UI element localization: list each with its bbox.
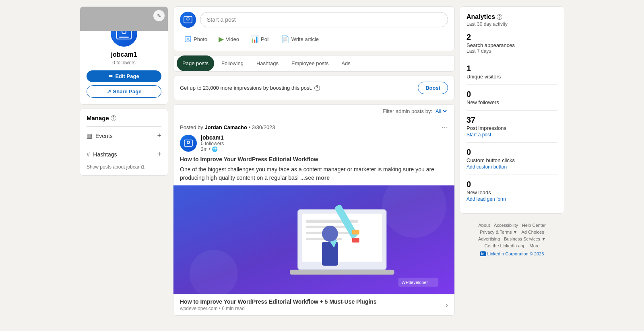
tab-page-posts[interactable]: Page posts (177, 56, 214, 71)
post-card: Filter admin posts by: All Posted by Jor… (173, 104, 455, 316)
post-box-avatar (180, 12, 196, 28)
analytics-info-icon[interactable]: ? (497, 14, 502, 20)
filter-row: Filter admin posts by: All (173, 105, 454, 118)
post-author-row: jobcam1 0 followers 2m • 🌐 (173, 134, 454, 155)
post-actions-row: 🖼 Photo ▶ Video 📊 Poll 📄 Write article (180, 33, 448, 46)
new-followers-label: New followers (466, 99, 557, 105)
svg-point-18 (322, 226, 338, 242)
post-impressions-label: Post impressions (466, 125, 557, 131)
analytics-subtitle: Last 30 day activity (466, 21, 557, 27)
post-content: How to Improve Your WordPress Editorial … (173, 155, 454, 185)
tabs-row: Page posts Following Hashtags Employee p… (173, 55, 455, 72)
unique-visitors-label: Unique visitors (466, 74, 557, 80)
search-appearances-label: Search appearances (466, 42, 557, 48)
analytics-metric-leads: 0 New leads Add lead gen form (466, 180, 557, 207)
svg-rect-13 (290, 270, 394, 275)
post-meta: Posted by Jordan Camacho • 3/30/2023 (180, 124, 275, 130)
post-link-source: wpdeveloper.com • 6 min read (180, 306, 377, 311)
filter-select[interactable]: All (434, 108, 448, 115)
tab-employee-posts[interactable]: Employee posts (286, 56, 334, 71)
post-page-followers: 0 followers (201, 141, 224, 146)
manage-events-item[interactable]: ▦ Events + (87, 128, 161, 143)
footer-about-link[interactable]: About (478, 223, 490, 228)
footer-privacy-link[interactable]: Privacy & Terms ▼ (480, 230, 517, 234)
article-button[interactable]: 📄 Write article (276, 33, 324, 46)
video-icon: ▶ (219, 35, 224, 43)
middle-column: Start a post 🖼 Photo ▶ Video 📊 Poll 📄 Wr (173, 6, 455, 316)
footer-brand: in LinkedIn Corporation © 2023 (460, 251, 564, 256)
analytics-metric-search: 2 Search appearances Last 7 days (466, 33, 557, 59)
footer-help-link[interactable]: Help Center (522, 223, 546, 228)
see-more-link[interactable]: ...see more (300, 175, 330, 181)
article-icon: 📄 (281, 35, 289, 43)
edit-page-button[interactable]: ✏ Edit Page (87, 70, 161, 82)
svg-rect-2 (119, 37, 129, 38)
profile-card: ✎ jobcam1 0 followers ✏ Edit Page (80, 6, 168, 105)
footer-app-link[interactable]: Get the LinkedIn app (484, 243, 525, 248)
svg-rect-23 (352, 238, 359, 243)
manage-title: Manage ? (87, 115, 161, 121)
manage-hashtags-item[interactable]: # Hashtags + (87, 147, 161, 162)
footer-business-link[interactable]: Business Services ▼ (504, 236, 546, 241)
post-image: WPdeveloper (173, 185, 454, 294)
linkedin-logo: in (480, 251, 486, 256)
profile-name: jobcam1 (87, 51, 161, 58)
analytics-metric-button-clicks: 0 Custom button clicks Add custom button (466, 148, 557, 175)
footer-ad-choices-link[interactable]: Ad Choices (521, 230, 544, 234)
svg-point-5 (187, 18, 189, 20)
footer-accessibility-link[interactable]: Accessibility (494, 223, 518, 228)
analytics-card: Analytics ? Last 30 day activity 2 Searc… (460, 6, 564, 214)
post-body: One of the biggest challenges you may fa… (180, 165, 448, 182)
post-title: How to Improve Your WordPress Editorial … (180, 155, 448, 164)
footer-advertising-link[interactable]: Advertising (478, 236, 500, 241)
show-posts-link[interactable]: Show posts about jobcam1 (87, 164, 161, 170)
chevron-right-icon: › (446, 301, 448, 309)
profile-followers: 0 followers (87, 60, 161, 66)
start-a-post-link[interactable]: Start a post (466, 132, 557, 138)
post-menu-button[interactable]: ··· (441, 123, 448, 131)
left-column: ✎ jobcam1 0 followers ✏ Edit Page (80, 6, 168, 316)
boost-button[interactable]: Boost (418, 82, 448, 94)
share-icon: ↗ (107, 88, 111, 95)
photo-button[interactable]: 🖼 Photo (180, 33, 212, 46)
start-post-input[interactable]: Start a post (200, 12, 448, 27)
post-author-avatar (180, 135, 197, 152)
poll-button[interactable]: 📊 Poll (246, 33, 275, 46)
analytics-title: Analytics ? (466, 13, 557, 21)
photo-icon: 🖼 (185, 35, 192, 43)
analytics-metric-impressions: 37 Post impressions Start a post (466, 115, 557, 143)
post-card-header: Posted by Jordan Camacho • 3/30/2023 ··· (173, 118, 454, 134)
boost-bar: Get up to 23,000 more impressions by boo… (173, 76, 455, 100)
calendar-icon: ▦ (87, 132, 92, 140)
pencil-icon: ✏ (109, 73, 113, 79)
edit-banner-button[interactable]: ✎ (153, 10, 165, 21)
post-input-row: Start a post (180, 12, 448, 28)
analytics-metric-visitors: 1 Unique visitors (466, 64, 557, 85)
footer-links: About Accessibility Help Center Privacy … (460, 218, 564, 260)
post-link-title: How to Improve Your WordPress Editorial … (180, 298, 377, 305)
post-link-preview[interactable]: How to Improve Your WordPress Editorial … (173, 294, 454, 315)
tab-ads[interactable]: Ads (336, 56, 356, 71)
tab-following[interactable]: Following (216, 56, 249, 71)
profile-banner: ✎ (80, 7, 168, 31)
post-box: Start a post 🖼 Photo ▶ Video 📊 Poll 📄 Wr (173, 6, 455, 51)
custom-button-clicks-value: 0 (466, 148, 557, 157)
manage-card: Manage ? ▦ Events + # Hashtags + Show po… (80, 109, 168, 176)
tab-hashtags[interactable]: Hashtags (251, 56, 284, 71)
post-date: 3/30/2023 (252, 124, 275, 130)
video-button[interactable]: ▶ Video (214, 33, 244, 46)
add-custom-button-link[interactable]: Add custom button (466, 164, 557, 170)
footer-more-link[interactable]: More (529, 243, 539, 248)
post-impressions-value: 37 (466, 115, 557, 125)
search-appearances-value: 2 (466, 33, 557, 42)
manage-info-icon[interactable]: ? (111, 115, 116, 121)
add-lead-gen-form-link[interactable]: Add lead gen form (466, 196, 557, 202)
add-hashtag-button[interactable]: + (157, 150, 161, 158)
poll-icon: 📊 (250, 35, 259, 43)
add-event-button[interactable]: + (157, 132, 161, 140)
share-page-button[interactable]: ↗ Share Page (87, 85, 161, 98)
boost-bar-text: Get up to 23,000 more impressions by boo… (180, 85, 312, 91)
filter-label: Filter admin posts by: (382, 108, 432, 114)
svg-rect-22 (352, 230, 359, 234)
boost-info-icon[interactable]: ? (314, 85, 320, 91)
